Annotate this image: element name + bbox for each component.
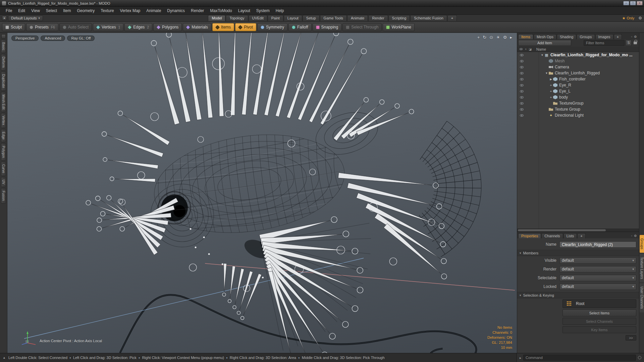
tree-row-body[interactable]: +body: [517, 94, 639, 100]
light-icon[interactable]: ☀: [496, 35, 500, 40]
visibility-toggle[interactable]: [517, 102, 526, 105]
selectable-dropdown[interactable]: default▾: [559, 275, 636, 281]
expander-open-icon[interactable]: ▼: [544, 72, 549, 75]
tool-auto-select[interactable]: Auto Select: [59, 23, 92, 31]
layout-tab-game-tools[interactable]: Game Tools: [320, 15, 347, 21]
status-up-icon[interactable]: ▲: [3, 356, 6, 359]
sidebar-tab-uv[interactable]: UV: [1, 177, 6, 187]
tool-presets[interactable]: PresetsF6: [26, 23, 58, 31]
menu-vertex-map[interactable]: Vertex Map: [117, 7, 144, 15]
tool-items[interactable]: Items: [212, 23, 234, 31]
tool-polygons[interactable]: Polygons: [153, 23, 182, 31]
tree-row-clearfin-lionfish-rigged[interactable]: ▼Clearfin_Lionfish_Rigged: [517, 70, 639, 76]
menu-render[interactable]: Render: [188, 7, 207, 15]
menu-dynamics[interactable]: Dynamics: [164, 7, 188, 15]
tool-vertices[interactable]: Vertices1: [93, 23, 123, 31]
command-input[interactable]: Command: [523, 355, 636, 361]
tree-horizontal-scrollbar[interactable]: [517, 229, 639, 232]
tree-row-eye-l[interactable]: +Eye_L: [517, 88, 639, 94]
visibility-toggle[interactable]: [517, 84, 526, 86]
pin-icon[interactable]: ▫: [631, 234, 632, 238]
expand-plus-icon[interactable]: +: [549, 83, 553, 87]
close-button[interactable]: ×: [637, 1, 643, 5]
items-tab-add[interactable]: +: [614, 34, 622, 39]
layout-tab-setup[interactable]: Setup: [303, 15, 320, 21]
props-tab-add[interactable]: +: [577, 233, 585, 238]
tool-select-through[interactable]: Select Through: [342, 23, 382, 31]
tool-sculpt[interactable]: Sculpt: [2, 23, 25, 31]
props-tab-lists[interactable]: Lists: [564, 233, 577, 238]
sidebar-tab-fusion[interactable]: Fusion: [1, 188, 6, 203]
visibility-toggle[interactable]: [517, 72, 526, 74]
visibility-toggle[interactable]: [517, 66, 526, 68]
sidebar-tab-duplicate[interactable]: Duplicate: [1, 71, 6, 91]
zoom-icon[interactable]: ⊙: [489, 35, 493, 40]
props-tab-channels[interactable]: Channels: [541, 233, 563, 238]
render-dropdown[interactable]: default▾: [559, 266, 636, 273]
tool-symmetry[interactable]: Symmetry: [257, 23, 287, 31]
item-name-input[interactable]: Clearfin_Lionfish_Rigged (2): [559, 241, 636, 248]
gear-icon[interactable]: ⚙: [634, 35, 637, 39]
visible-dropdown[interactable]: default▾: [559, 257, 636, 264]
sidebar-tab-deform[interactable]: Deform: [1, 54, 6, 70]
layout-tab-model[interactable]: Model: [208, 15, 225, 21]
layout-tab-layout[interactable]: Layout: [284, 15, 302, 21]
props-tab-properties[interactable]: Properties: [518, 233, 541, 238]
menu-system[interactable]: System: [253, 7, 273, 15]
sidebar-tab-vertex[interactable]: Vertex: [1, 113, 6, 128]
tool-falloff[interactable]: Falloff: [288, 23, 311, 31]
pan-icon[interactable]: +: [477, 35, 480, 40]
layout-tab-animate[interactable]: Animate: [347, 15, 368, 21]
layout-tab-paint[interactable]: Paint: [268, 15, 283, 21]
layout-gear-icon[interactable]: ⚙: [638, 16, 642, 20]
menu-layout[interactable]: Layout: [235, 7, 253, 15]
layout-tab-schematic-fusion[interactable]: Schematic Fusion: [410, 15, 447, 21]
expander-open-icon[interactable]: ▼: [540, 54, 544, 57]
tool-materials[interactable]: Materials: [183, 23, 211, 31]
tool-pivot[interactable]: Pivot: [235, 23, 256, 31]
rotate-icon[interactable]: ↻: [483, 35, 486, 40]
selection-keying-section-header[interactable]: ▾ Selection & Keying: [517, 292, 639, 298]
tree-row-fish-controller[interactable]: ▶Fish_controller: [517, 76, 639, 82]
sidebar-tab-basic[interactable]: Basic: [1, 40, 6, 53]
gear-icon[interactable]: ⚙: [503, 35, 507, 40]
tool-snapping[interactable]: Snapping: [313, 23, 342, 31]
expand-plus-icon[interactable]: +: [549, 89, 553, 93]
menu-animate[interactable]: Animate: [143, 7, 164, 15]
menu-texture[interactable]: Texture: [98, 7, 117, 15]
tree-row-eye-r[interactable]: +Eye_R: [517, 82, 639, 88]
visibility-toggle[interactable]: [517, 108, 526, 111]
maximize-button[interactable]: □: [630, 1, 636, 5]
menu-maxtomodo[interactable]: MaxToModo: [207, 7, 235, 15]
default-layouts-button[interactable]: Default Layouts ▾: [8, 15, 43, 21]
menu-edit[interactable]: Edit: [15, 7, 28, 15]
left-strip-icon[interactable]: [1, 34, 6, 39]
viewport-perspective-button[interactable]: Perspective: [11, 36, 39, 41]
layout-tab-render[interactable]: Render: [368, 15, 388, 21]
add-item-button[interactable]: Add Item: [518, 40, 571, 46]
visibility-toggle[interactable]: [517, 114, 526, 117]
viewport-ray-gl-off-button[interactable]: Ray GL: Off: [67, 36, 95, 41]
root-button[interactable]: Root: [562, 299, 636, 308]
sidebar-tab-curve[interactable]: Curve: [1, 162, 6, 176]
items-tab-items[interactable]: Items: [518, 34, 533, 39]
tree-row-texture-group[interactable]: Texture Group: [517, 106, 639, 112]
members-section-header[interactable]: ▾ Members: [517, 250, 639, 256]
layout-up-icon[interactable]: ▲: [2, 16, 7, 20]
lock-icon[interactable]: [634, 42, 637, 44]
layout-tab-scripting[interactable]: Scripting: [388, 15, 410, 21]
minimize-button[interactable]: –: [623, 1, 629, 5]
tree-row-directional-light[interactable]: ✦Directional Light: [517, 112, 639, 118]
visibility-toggle[interactable]: [517, 90, 526, 93]
expand-plus-icon[interactable]: +: [549, 96, 553, 99]
layout-tab-add[interactable]: +: [447, 15, 457, 21]
locked-dropdown[interactable]: default▾: [559, 284, 636, 290]
filter-items-input[interactable]: Filter Items: [584, 40, 625, 46]
gear-icon[interactable]: ⚙: [634, 234, 637, 238]
pin-icon[interactable]: ▫: [631, 35, 632, 39]
expand-icon[interactable]: ▸: [510, 35, 512, 40]
tree-row-mesh[interactable]: Mesh: [517, 58, 639, 64]
tool-workplane[interactable]: WorkPlane: [383, 23, 414, 31]
layout-tab-topology[interactable]: Topology: [226, 15, 248, 21]
filter-scope-button[interactable]: S: [626, 40, 632, 46]
